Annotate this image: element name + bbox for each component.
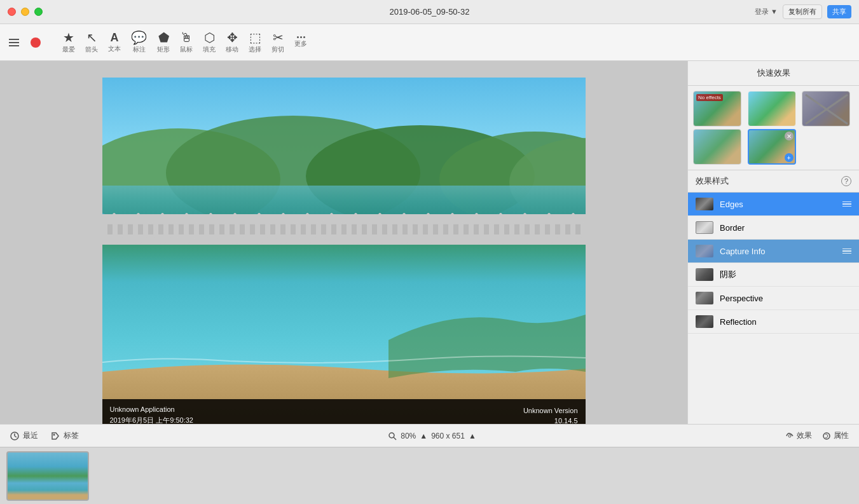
info-left: Unknown Application 2019年6月5日 上午9:50:32 (110, 405, 193, 424)
style-item-capture-info[interactable]: Capture Info (688, 240, 859, 263)
style-item-reflection[interactable]: Reflection (688, 310, 859, 334)
login-button[interactable]: 登录 ▼ (755, 7, 778, 17)
style-item-perspective[interactable]: Perspective (688, 287, 859, 310)
svg-point-14 (389, 433, 394, 438)
effect-style-header: 效果样式 ? (688, 170, 859, 193)
style-item-border[interactable]: Border (688, 216, 859, 240)
toolbar-favorite[interactable]: ★ 最爱 (58, 29, 79, 57)
svg-line-15 (394, 437, 396, 440)
image-top (102, 78, 586, 214)
version-label: Unknown Version (523, 407, 578, 414)
tags-button[interactable]: 标签 (51, 430, 79, 441)
version-number: 10.14.5 (523, 417, 578, 425)
favorite-icon: ★ (63, 31, 74, 44)
hamburger-menu-button[interactable] (6, 35, 22, 50)
crop-icon: ✂ (273, 31, 284, 44)
style-options-icon-capture (842, 249, 851, 254)
effect-thumb-3[interactable] (693, 129, 741, 165)
arrow-icon: ↖ (86, 31, 97, 44)
text-icon: A (111, 32, 119, 43)
style-list: Edges Border Capture Info 阴影 (688, 193, 859, 424)
svg-point-16 (788, 435, 791, 437)
toolbar-annotation[interactable]: 💬 标注 (127, 29, 151, 57)
annotation-icon: 💬 (131, 31, 147, 44)
text-label: 文本 (108, 44, 121, 53)
fill-label: 填充 (203, 45, 216, 54)
toolbar-rect[interactable]: ⬟ 矩形 (153, 29, 174, 57)
quick-effects-header: 快速效果 (688, 61, 859, 86)
capture-date: 2019年6月5日 上午9:50:32 (110, 416, 193, 424)
sidebar: 快速效果 No effects ✕ + 效果样式 (687, 61, 859, 424)
select-icon: ⬚ (249, 31, 261, 44)
svg-rect-6 (102, 186, 586, 214)
toolbar-select[interactable]: ⬚ 选择 (245, 29, 265, 57)
bottom-right: 效果 属性 (785, 430, 849, 441)
toolbar-arrow[interactable]: ↖ 箭头 (81, 29, 102, 57)
favorite-label: 最爱 (62, 45, 75, 54)
style-label-edges: Edges (720, 200, 836, 209)
style-label-shadow: 阴影 (720, 269, 851, 280)
style-preview-capture (696, 245, 713, 257)
more-tools-button[interactable]: 更多 (291, 34, 311, 51)
svg-point-17 (823, 433, 830, 439)
effect-2-x-icon (802, 92, 850, 126)
style-preview-edges (696, 198, 713, 210)
toolbar-cursor[interactable]: 🖱 鼠标 (176, 29, 196, 57)
style-label-reflection: Reflection (720, 317, 851, 327)
style-item-edges[interactable]: Edges (688, 193, 859, 216)
zoom-icon (388, 432, 397, 440)
effects-button[interactable]: 效果 (785, 430, 812, 441)
help-icon[interactable]: ? (841, 176, 851, 186)
style-label-border: Border (720, 223, 851, 233)
rect-label: 矩形 (157, 45, 170, 54)
effect-4-x-badge: ✕ (785, 132, 794, 140)
info-right: Unknown Version 10.14.5 (523, 407, 578, 425)
thumbnail-strip (0, 447, 859, 504)
canvas-area[interactable]: Unknown Application 2019年6月5日 上午9:50:32 … (0, 61, 687, 424)
svg-line-12 (15, 436, 17, 437)
more-label: 更多 (294, 39, 307, 48)
zoom-up-arrow[interactable]: ▲ (420, 432, 427, 440)
move-label: 移动 (226, 45, 238, 54)
rect-icon: ⬟ (158, 31, 169, 44)
recent-icon (10, 432, 19, 440)
properties-icon (822, 432, 831, 440)
close-button[interactable] (8, 8, 16, 16)
maximize-button[interactable] (34, 8, 43, 16)
cursor-icon: 🖱 (180, 31, 193, 44)
move-icon: ✥ (227, 31, 238, 44)
effect-thumb-2[interactable] (802, 91, 850, 126)
style-preview-shadow (696, 268, 713, 281)
effects-icon (785, 432, 794, 440)
toolbar-text[interactable]: A 文本 (104, 29, 125, 56)
style-preview-reflection (696, 315, 713, 328)
record-button[interactable] (28, 35, 43, 50)
properties-button[interactable]: 属性 (822, 430, 849, 441)
toolbar-fill[interactable]: ⬡ 填充 (199, 29, 219, 57)
style-options-icon-edges (842, 201, 851, 207)
effect-thumb-4[interactable]: ✕ + (748, 129, 796, 165)
toolbar-move[interactable]: ✥ 移动 (222, 29, 242, 57)
recent-button[interactable]: 最近 (10, 430, 38, 441)
style-item-shadow[interactable]: 阴影 (688, 263, 859, 287)
style-label-capture: Capture Info (720, 247, 836, 256)
minimize-button[interactable] (21, 8, 29, 16)
toolbar-crop[interactable]: ✂ 剪切 (268, 29, 288, 57)
style-label-perspective: Perspective (720, 294, 851, 303)
copy-all-button[interactable]: 复制所有 (783, 4, 822, 19)
effect-4-add-badge: + (785, 153, 794, 162)
window-title: 2019-06-05_09-50-32 (390, 7, 470, 17)
effects-grid: No effects ✕ + (688, 86, 859, 170)
thumbnail-item[interactable] (6, 451, 89, 501)
svg-point-13 (53, 433, 55, 435)
image-container: Unknown Application 2019年6月5日 上午9:50:32 … (102, 78, 586, 408)
annotation-label: 标注 (133, 45, 146, 54)
effect-no-effect[interactable]: No effects (693, 91, 741, 126)
dimensions-up-arrow[interactable]: ▲ (469, 432, 476, 440)
bottom-bar: 最近 标签 80% ▲ 960 x 651 ▲ 效果 (0, 424, 859, 447)
effect-thumb-1[interactable] (748, 91, 796, 126)
titlebar: 2019-06-05_09-50-32 登录 ▼ 复制所有 共享 (0, 0, 859, 24)
zoom-info: 80% ▲ 960 x 651 ▲ (92, 432, 773, 440)
traffic-lights[interactable] (8, 8, 43, 16)
share-button[interactable]: 共享 (827, 5, 851, 18)
